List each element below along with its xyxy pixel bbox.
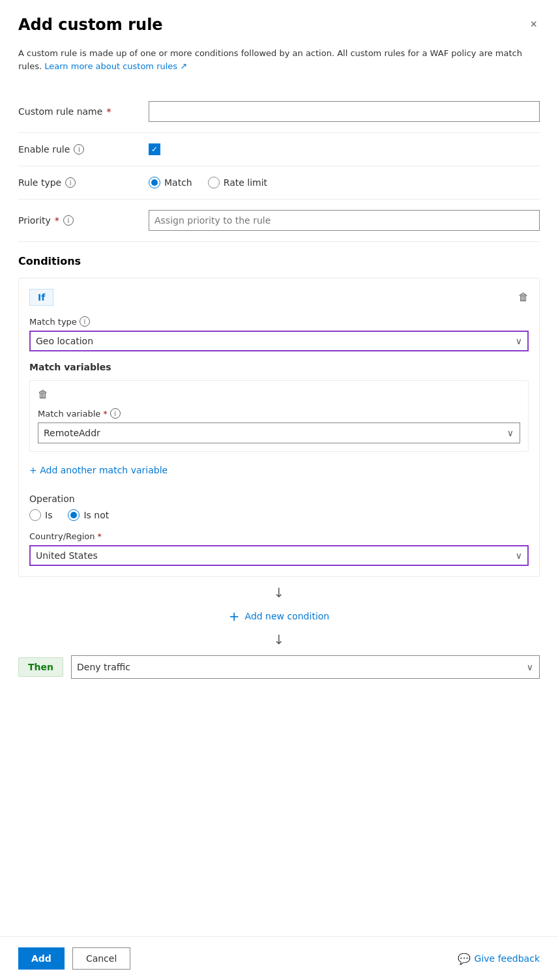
then-badge: Then: [18, 657, 63, 677]
rule-type-row: Rule type i Match Rate limit: [18, 166, 540, 200]
operation-isnot-option[interactable]: Is not: [68, 509, 109, 521]
match-variable-select[interactable]: RemoteAddr RequestMethod QueryString Pos…: [38, 423, 520, 443]
add-condition-plus-icon: +: [229, 608, 240, 624]
rule-type-info-icon: i: [65, 177, 76, 188]
rule-type-radio-group: Match Rate limit: [149, 177, 540, 188]
panel: Add custom rule × A custom rule is made …: [0, 0, 558, 980]
add-match-variable-link[interactable]: + Add another match variable: [29, 465, 168, 475]
country-label: Country/Region *: [29, 531, 529, 541]
match-type-select-wrapper: Geo location IP address Request URI Quer…: [29, 331, 529, 351]
arrow-down-1: ↓: [18, 585, 540, 601]
priority-info-icon: i: [63, 215, 74, 226]
delete-match-variable-button[interactable]: 🗑: [38, 389, 48, 400]
operation-isnot-radio-inner: [70, 512, 77, 518]
custom-rule-name-input[interactable]: [149, 101, 540, 122]
if-badge: If: [29, 289, 53, 306]
footer-actions: Add Cancel: [18, 947, 130, 970]
country-required-star: *: [98, 531, 102, 541]
add-condition-button[interactable]: + Add new condition: [18, 608, 540, 624]
rule-type-rate-label: Rate limit: [224, 177, 267, 188]
description: A custom rule is made up of one or more …: [18, 47, 540, 72]
enable-rule-checkbox[interactable]: [149, 143, 160, 155]
operation-is-radio[interactable]: [29, 509, 41, 521]
operation-is-label: Is: [45, 510, 52, 520]
feedback-label: Give feedback: [475, 953, 540, 964]
rule-type-match-radio-inner: [151, 179, 158, 186]
operation-section: Operation Is Is not: [29, 494, 529, 521]
match-type-select[interactable]: Geo location IP address Request URI Quer…: [29, 331, 529, 351]
match-type-info-icon: i: [80, 316, 90, 327]
add-condition-label: Add new condition: [245, 611, 330, 621]
enable-rule-label: Enable rule i: [18, 144, 149, 155]
custom-rule-name-label: Custom rule name *: [18, 106, 149, 117]
close-button[interactable]: ×: [527, 16, 540, 33]
panel-title: Add custom rule: [18, 16, 163, 34]
rule-type-match-label: Match: [164, 177, 192, 188]
custom-rule-name-row: Custom rule name *: [18, 91, 540, 133]
then-row: Then Deny traffic Allow traffic Log: [18, 655, 540, 679]
country-select[interactable]: United States Canada United Kingdom Germ…: [29, 545, 529, 566]
enable-rule-control: [149, 143, 540, 155]
learn-more-link[interactable]: Learn more about custom rules ↗: [44, 61, 187, 71]
rule-type-label: Rule type i: [18, 177, 149, 188]
operation-radio-group: Is Is not: [29, 509, 529, 521]
priority-label: Priority * i: [18, 215, 149, 226]
condition-box: If 🗑 Match type i Geo location IP addres…: [18, 278, 540, 577]
match-variable-required-star: *: [103, 409, 108, 419]
operation-isnot-label: Is not: [83, 510, 109, 520]
enable-rule-checkbox-container: [149, 143, 540, 155]
conditions-section-title: Conditions: [18, 242, 540, 278]
operation-label: Operation: [29, 494, 529, 504]
match-variable-select-wrapper: RemoteAddr RequestMethod QueryString Pos…: [38, 423, 520, 443]
custom-rule-name-control: [149, 101, 540, 122]
arrow-down-2: ↓: [18, 632, 540, 647]
feedback-icon: 💬: [458, 953, 471, 965]
priority-required-star: *: [55, 215, 59, 226]
operation-is-option[interactable]: Is: [29, 509, 52, 521]
priority-row: Priority * i: [18, 200, 540, 242]
enable-rule-row: Enable rule i: [18, 133, 540, 166]
country-section: Country/Region * United States Canada Un…: [29, 531, 529, 566]
match-variables-title: Match variables: [29, 362, 529, 372]
enable-rule-info-icon: i: [74, 144, 84, 155]
rule-type-rate-radio[interactable]: [208, 177, 220, 188]
rule-type-match-radio[interactable]: [149, 177, 160, 188]
required-star: *: [106, 106, 111, 117]
match-variable-box: 🗑 Match variable * i RemoteAddr RequestM…: [29, 380, 529, 452]
condition-header: If 🗑: [29, 289, 529, 306]
panel-header: Add custom rule ×: [18, 16, 540, 34]
rule-type-rate-option[interactable]: Rate limit: [208, 177, 267, 188]
match-variable-label: Match variable * i: [38, 408, 520, 419]
priority-control: [149, 210, 540, 231]
match-variable-info-icon: i: [110, 408, 121, 419]
feedback-link[interactable]: 💬 Give feedback: [458, 953, 540, 965]
footer: Add Cancel 💬 Give feedback: [0, 936, 558, 980]
priority-input[interactable]: [149, 210, 540, 231]
country-select-wrapper: United States Canada United Kingdom Germ…: [29, 545, 529, 566]
rule-type-control: Match Rate limit: [149, 177, 540, 188]
then-action-select-wrapper: Deny traffic Allow traffic Log: [71, 655, 540, 679]
add-button[interactable]: Add: [18, 947, 65, 970]
match-variable-header: 🗑: [38, 389, 520, 400]
delete-condition-button[interactable]: 🗑: [518, 291, 529, 303]
rule-type-match-option[interactable]: Match: [149, 177, 192, 188]
match-type-label: Match type i: [29, 316, 529, 327]
operation-isnot-radio[interactable]: [68, 509, 80, 521]
then-action-select[interactable]: Deny traffic Allow traffic Log: [71, 655, 540, 679]
cancel-button[interactable]: Cancel: [72, 947, 130, 970]
